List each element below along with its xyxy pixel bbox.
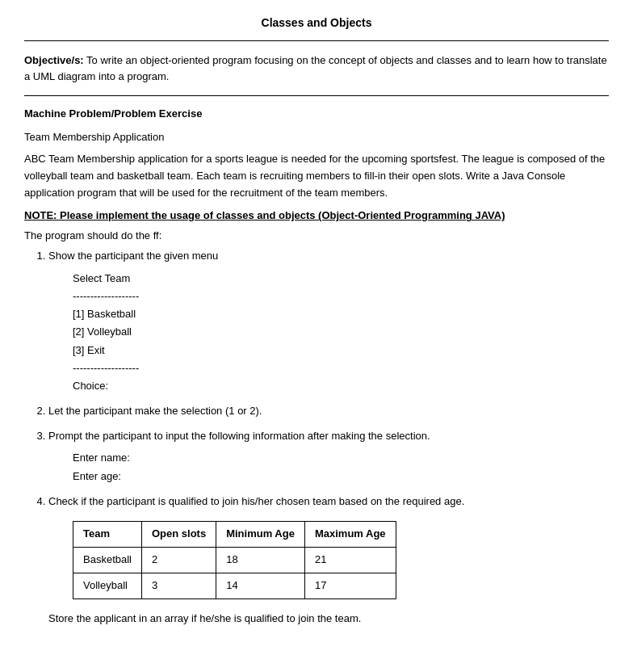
divider-2 [24, 95, 609, 96]
volleyball-min-age: 14 [216, 573, 305, 599]
table-row-basketball: Basketball 2 18 21 [73, 548, 396, 573]
objective-section: Objective/s: To write an object-oriented… [24, 52, 609, 84]
note: NOTE: Please implement the usage of clas… [24, 209, 609, 221]
col-max-age: Maximum Age [304, 522, 396, 548]
col-min-age: Minimum Age [216, 522, 305, 548]
store-line: Store the applicant in an array if he/sh… [48, 611, 609, 628]
basketball-team: Basketball [73, 548, 142, 573]
table-header-row: Team Open slots Minimum Age Maximum Age [73, 522, 396, 548]
age-table-wrapper: Team Open slots Minimum Age Maximum Age … [73, 521, 609, 598]
menu-title: Select Team [73, 270, 609, 288]
menu-option-2: [2] Volleyball [73, 323, 609, 341]
page-title: Classes and Objects [24, 16, 609, 29]
menu-divider-top: ------------------- [73, 288, 609, 305]
program-should: The program should do the ff: [24, 229, 609, 242]
enter-age: Enter age: [73, 468, 609, 485]
col-open-slots: Open slots [141, 522, 216, 548]
table-row-volleyball: Volleyball 3 14 17 [73, 573, 396, 599]
step-1: Show the participant the given menu Sele… [48, 248, 609, 394]
basketball-slots: 2 [141, 548, 216, 573]
menu-choice: Choice: [73, 377, 609, 395]
input-block: Enter name: Enter age: [73, 449, 609, 485]
basketball-max-age: 21 [304, 548, 396, 573]
col-team: Team [73, 522, 142, 548]
objective-text: To write an object-oriented program focu… [24, 54, 607, 82]
volleyball-slots: 3 [141, 573, 216, 599]
enter-name: Enter name: [73, 449, 609, 467]
description: ABC Team Membership application for a sp… [24, 151, 609, 201]
age-table: Team Open slots Minimum Age Maximum Age … [73, 521, 396, 598]
volleyball-team: Volleyball [73, 573, 142, 599]
menu-option-3: [3] Exit [73, 342, 609, 359]
steps-list: Show the participant the given menu Sele… [48, 248, 609, 627]
menu-block: Select Team ------------------- [1] Bask… [73, 270, 609, 395]
step-3: Prompt the participant to input the foll… [48, 428, 609, 485]
app-title: Team Membership Application [24, 131, 609, 143]
machine-problem-heading: Machine Problem/Problem Exercise [24, 107, 609, 120]
step-2: Let the participant make the selection (… [48, 403, 609, 420]
menu-option-1: [1] Basketball [73, 305, 609, 323]
step-4: Check if the participant is qualified to… [48, 494, 609, 628]
volleyball-max-age: 17 [304, 573, 396, 599]
basketball-min-age: 18 [216, 548, 305, 573]
objective-label: Objective/s: [24, 54, 84, 66]
menu-divider-bottom: ------------------- [73, 359, 609, 377]
divider-1 [24, 40, 609, 41]
